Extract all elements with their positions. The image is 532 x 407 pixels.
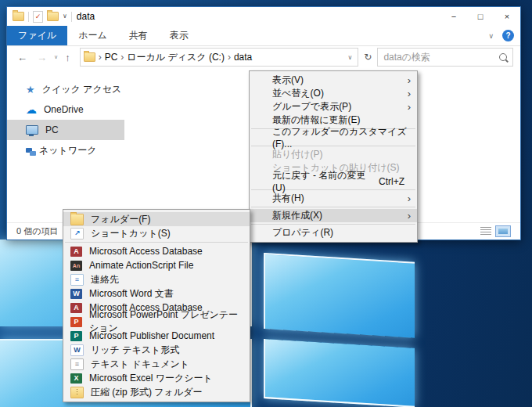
menu-item-label: 元に戻す - 名前の変更(U) xyxy=(272,169,379,193)
breadcrumb-data[interactable]: data xyxy=(234,52,252,63)
folder-icon xyxy=(70,214,84,225)
submenu-item-word-document[interactable]: Microsoft Word 文書 xyxy=(63,286,250,301)
tab-file[interactable]: ファイル xyxy=(7,26,67,45)
titlebar[interactable]: ✓ ∨ data − □ × xyxy=(7,7,520,26)
menu-item-label: 貼り付け(P) xyxy=(272,148,323,161)
explorer-app-icon xyxy=(13,12,24,21)
animate-icon xyxy=(70,261,82,271)
submenu-item-label: Microsoft Excel ワークシート xyxy=(89,372,213,385)
submenu-item-label: フォルダー(F) xyxy=(91,213,150,226)
window-title: data xyxy=(77,11,95,22)
submenu-item-label: ショートカット(S) xyxy=(91,227,171,240)
sidebar-item-onedrive[interactable]: ☁ OneDrive xyxy=(7,99,124,120)
network-icon xyxy=(26,148,32,153)
new-submenu: フォルダー(F) ショートカット(S) Microsoft Access Dat… xyxy=(63,209,250,402)
menu-item-group-by[interactable]: グループで表示(P) › xyxy=(250,100,417,113)
breadcrumb-chevron-icon: › xyxy=(120,52,124,63)
menu-separator xyxy=(251,224,415,225)
breadcrumb-chevron-icon: › xyxy=(99,52,102,63)
publisher-icon xyxy=(70,331,82,341)
menu-item-new[interactable]: 新規作成(X) › xyxy=(250,209,417,222)
details-view-icon[interactable] xyxy=(480,227,491,236)
minimize-button[interactable]: − xyxy=(440,7,467,26)
maximize-button[interactable]: □ xyxy=(467,7,494,26)
item-count: 0 個の項目 xyxy=(16,225,58,237)
wallpaper-logo-pane xyxy=(264,253,415,338)
menu-item-label: プロパティ(R) xyxy=(272,226,333,240)
refresh-icon[interactable]: ↻ xyxy=(361,52,374,63)
submenu-item-folder[interactable]: フォルダー(F) xyxy=(63,212,250,226)
sidebar-item-pc[interactable]: PC xyxy=(7,120,124,140)
submenu-item-label: Microsoft Publisher Document xyxy=(89,330,214,341)
address-dropdown-chevron-icon[interactable]: ∨ xyxy=(345,54,354,61)
submenu-item-label: 連絡先 xyxy=(91,273,119,286)
submenu-item-label: Animate ActionScript File xyxy=(89,260,193,271)
quick-access-toolbar: ✓ ∨ xyxy=(13,11,72,23)
submenu-arrow-icon: › xyxy=(408,211,411,221)
breadcrumb-local-disk[interactable]: ローカル ディスク (C:) xyxy=(127,51,225,64)
excel-icon xyxy=(70,373,82,384)
help-icon[interactable]: ? xyxy=(502,30,514,41)
submenu-item-zip-folder[interactable]: 圧縮 (zip 形式) フォルダー xyxy=(63,385,250,399)
menu-item-label: このフォルダーのカスタマイズ(F)... xyxy=(272,125,411,149)
ribbon-right-controls: ∨ ? xyxy=(488,26,514,45)
submenu-item-shortcut[interactable]: ショートカット(S) xyxy=(63,226,250,240)
search-icon[interactable] xyxy=(499,53,507,61)
sidebar-item-label: クイック アクセス xyxy=(42,83,122,96)
context-menu: 表示(V) › 並べ替え(O) › グループで表示(P) › 最新の情報に更新(… xyxy=(249,70,418,243)
menu-item-undo-rename[interactable]: 元に戻す - 名前の変更(U) Ctrl+Z xyxy=(250,175,417,188)
submenu-item-label: リッチ テキスト形式 xyxy=(91,344,179,357)
menu-item-sort-by[interactable]: 並べ替え(O) › xyxy=(250,87,417,100)
submenu-item-text-document[interactable]: テキスト ドキュメント xyxy=(63,357,250,371)
back-button[interactable]: ← xyxy=(14,52,31,63)
breadcrumb-chevron-icon: › xyxy=(228,52,231,63)
submenu-item-label: テキスト ドキュメント xyxy=(91,358,189,371)
thumbnail-view-icon[interactable] xyxy=(495,225,511,237)
access-icon xyxy=(70,303,82,313)
text-document-icon xyxy=(70,358,84,370)
menu-item-label: 表示(V) xyxy=(272,74,304,87)
zip-folder-icon xyxy=(70,387,84,398)
ribbon-collapse-chevron-icon[interactable]: ∨ xyxy=(488,32,494,40)
menu-item-label: 共有(H) xyxy=(272,192,304,205)
breadcrumb-pc[interactable]: PC xyxy=(105,52,118,63)
tab-share[interactable]: 共有 xyxy=(118,26,159,45)
menu-item-label: 新規作成(X) xyxy=(272,209,322,222)
menu-item-share[interactable]: 共有(H) › xyxy=(250,192,417,205)
address-bar[interactable]: › PC › ローカル ディスク (C:) › data ∨ xyxy=(80,48,359,67)
sidebar-item-label: ネットワーク xyxy=(39,144,96,157)
menu-item-properties[interactable]: プロパティ(R) xyxy=(250,226,417,240)
submenu-item-rich-text[interactable]: リッチ テキスト形式 xyxy=(63,343,250,357)
menu-item-view[interactable]: 表示(V) › xyxy=(250,74,417,87)
submenu-item-powerpoint-presentation[interactable]: Microsoft PowerPoint プレゼンテーション xyxy=(63,315,250,329)
new-folder-quick-icon[interactable] xyxy=(47,12,59,21)
search-placeholder: dataの検索 xyxy=(383,51,430,64)
sidebar-item-quick-access[interactable]: ★ クイック アクセス xyxy=(7,79,124,99)
search-input[interactable]: dataの検索 xyxy=(377,48,513,67)
menu-item-customize-folder[interactable]: このフォルダーのカスタマイズ(F)... xyxy=(250,131,417,144)
submenu-item-contact[interactable]: 連絡先 xyxy=(63,272,250,286)
sidebar-item-network[interactable]: ネットワーク xyxy=(7,140,124,160)
properties-quick-icon[interactable]: ✓ xyxy=(33,11,43,23)
submenu-arrow-icon: › xyxy=(408,88,411,99)
menu-item-label: 並べ替え(O) xyxy=(272,87,324,100)
recent-locations-chevron-icon[interactable]: ∨ xyxy=(53,54,59,60)
menu-item-paste: 貼り付け(P) xyxy=(250,148,417,161)
submenu-item-animate-actionscript[interactable]: Animate ActionScript File xyxy=(63,258,250,272)
menu-separator xyxy=(65,242,248,243)
submenu-item-excel-worksheet[interactable]: Microsoft Excel ワークシート xyxy=(63,371,250,385)
ribbon-tabbar: ファイル ホーム 共有 表示 ∨ ? xyxy=(7,26,520,46)
sidebar-item-label: OneDrive xyxy=(44,104,84,115)
submenu-item-access-database[interactable]: Microsoft Access Database xyxy=(63,244,250,258)
shortcut-icon xyxy=(70,228,84,240)
view-toggle-icons xyxy=(480,225,511,237)
close-button[interactable]: × xyxy=(494,7,520,26)
submenu-arrow-icon: › xyxy=(408,193,411,204)
qat-separator xyxy=(28,12,29,22)
up-button[interactable]: ↑ xyxy=(62,52,74,63)
tab-view[interactable]: 表示 xyxy=(159,26,200,45)
tab-home[interactable]: ホーム xyxy=(67,26,118,45)
navigation-pane: ★ クイック アクセス ☁ OneDrive PC ネットワーク xyxy=(7,68,124,222)
qat-customize-chevron-icon[interactable]: ∨ xyxy=(63,13,67,20)
forward-button[interactable]: → xyxy=(34,52,50,63)
